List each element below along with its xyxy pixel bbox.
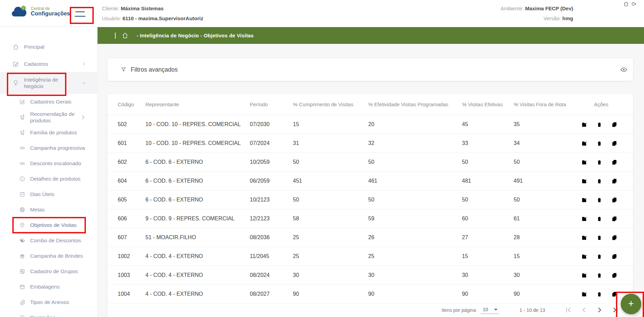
cell-codigo: 502 xyxy=(118,121,145,127)
cell-efetividade: 90 xyxy=(368,291,462,297)
edit-row-button[interactable] xyxy=(581,291,588,297)
sidebar-item-label: Cadastros Gerais xyxy=(30,98,72,105)
logout-icon[interactable] xyxy=(631,1,636,7)
edit-row-button[interactable] xyxy=(581,178,588,184)
cell-cumprimento: 50 xyxy=(293,197,368,203)
edit-row-button[interactable] xyxy=(581,140,588,147)
cell-cumprimento: 451 xyxy=(293,178,368,184)
sidebar-item-label: Embalagens xyxy=(30,283,60,290)
items-per-page-label: Itens por página xyxy=(441,307,476,313)
delete-row-button[interactable] xyxy=(596,291,603,297)
pin-icon xyxy=(19,222,25,228)
column-header: Representante xyxy=(145,101,250,107)
edit-row-button[interactable] xyxy=(581,159,588,166)
sidebar-item-cadastros[interactable]: Cadastros xyxy=(0,56,97,72)
sidebar-item-campanha-de-brindes[interactable]: Campanha de Brindes xyxy=(0,248,97,264)
sidebar-item-principal[interactable]: Principal xyxy=(0,39,97,54)
cell-periodo: 07/2030 xyxy=(250,121,293,127)
edit-row-button[interactable] xyxy=(581,121,588,128)
copy-row-button[interactable] xyxy=(611,234,618,241)
sidebar-item-campanha-progressiva[interactable]: Campanha progressiva xyxy=(0,140,97,156)
app-logo[interactable]: Central de Configurações xyxy=(10,5,70,19)
sidebar-item-combo-de-descontos[interactable]: Combo de Descontos xyxy=(0,233,97,248)
items-per-page-select[interactable]: 10 xyxy=(481,306,499,314)
sidebar-item-metas[interactable]: Metas xyxy=(0,202,97,217)
cell-representante: 6 - COD. 6 - EXTERNO xyxy=(145,197,250,203)
edit-row-button[interactable] xyxy=(581,197,588,203)
sidebar-item-embalagens[interactable]: Embalagens xyxy=(0,279,97,294)
copy-row-button[interactable] xyxy=(611,140,618,147)
copy-row-button[interactable] xyxy=(611,159,618,166)
cell-efetivas: 60 xyxy=(462,216,514,222)
edit-row-button[interactable] xyxy=(581,216,588,222)
items-per-page-value: 10 xyxy=(483,307,488,312)
copy-row-button[interactable] xyxy=(611,121,618,128)
delete-row-button[interactable] xyxy=(596,272,603,279)
delete-row-button[interactable] xyxy=(596,159,603,166)
edit-row-button[interactable] xyxy=(581,234,588,241)
table-row: 10034 - COD. 4 - EXTERNO08/202430303030 xyxy=(107,266,633,285)
sidebar-item-inteligencia-de-negocio[interactable]: Inteligência de Negócio xyxy=(0,72,97,94)
delete-row-button[interactable] xyxy=(596,121,603,128)
cell-codigo: 602 xyxy=(118,159,145,165)
sidebar-item-label: Tipos de Anexos xyxy=(30,299,69,305)
top-header-bar: Central de Configurações Cliente: Máxima… xyxy=(0,0,644,27)
sidebar-item-desconto-escalonado[interactable]: Desconto escalonado xyxy=(0,156,97,171)
info-icon xyxy=(19,176,25,182)
cell-representante: 6 - COD. 6 - EXTERNO xyxy=(145,159,250,165)
delete-row-button[interactable] xyxy=(596,234,603,241)
cell-representante: 10 - COD. 10 - REPRES. COMERCIAL xyxy=(145,140,250,146)
sidebar-item-label: Campanha de Brindes xyxy=(30,253,83,259)
edit-row-button[interactable] xyxy=(581,253,588,260)
column-header: % Cumprimento de Visitas xyxy=(293,101,368,107)
app-window: Central de Configurações Cliente: Máxima… xyxy=(0,0,644,317)
last-page-button[interactable] xyxy=(611,306,619,314)
delete-row-button[interactable] xyxy=(596,253,603,260)
circle-icon xyxy=(19,315,25,317)
next-page-button[interactable] xyxy=(596,306,604,314)
advanced-filters-panel[interactable]: Filtros avançados xyxy=(107,58,633,81)
copy-row-button[interactable] xyxy=(611,291,618,297)
column-header: Código xyxy=(118,101,145,107)
cell-efetividade: 20 xyxy=(368,121,462,127)
sidebar-item-cadastro-de-grupos[interactable]: Cadastro de Grupos xyxy=(0,264,97,279)
first-page-button[interactable] xyxy=(564,306,572,314)
home-icon[interactable] xyxy=(623,1,629,7)
sidebar-item-objetivos-de-visitas[interactable]: Objetivos de Visitas xyxy=(0,217,97,233)
table-header-row: CódigoRepresentantePeríodo% Cumprimento … xyxy=(107,94,633,115)
copy-row-button[interactable] xyxy=(611,197,618,203)
sidebar-item-detalhes-de-produtos[interactable]: Detalhes de produtos xyxy=(0,171,97,186)
chevron-right-icon xyxy=(80,114,86,120)
sidebar-item-dias-uteis[interactable]: Dias Úteis xyxy=(0,186,97,202)
edit-row-button[interactable] xyxy=(581,272,588,279)
sidebar-item-cadastros-gerais[interactable]: Cadastros Gerais xyxy=(0,94,97,109)
cell-fora_rota: 35 xyxy=(514,121,578,127)
row-actions xyxy=(578,197,633,203)
edit-icon xyxy=(19,99,25,105)
copy-row-button[interactable] xyxy=(611,253,618,260)
eye-icon[interactable] xyxy=(620,66,628,73)
previous-page-button[interactable] xyxy=(580,306,588,314)
copy-row-button[interactable] xyxy=(611,216,618,222)
sidebar-item-restricoes[interactable]: Restrições xyxy=(0,310,97,317)
copy-row-button[interactable] xyxy=(611,178,618,184)
cell-cumprimento: 30 xyxy=(293,272,368,278)
sidebar: PrincipalCadastrosInteligência de Negóci… xyxy=(0,27,98,317)
sidebar-item-tipos-de-anexos[interactable]: Tipos de Anexos xyxy=(0,294,97,310)
breadcrumb-home-icon[interactable] xyxy=(121,32,129,39)
menu-toggle-button[interactable] xyxy=(73,9,88,19)
delete-row-button[interactable] xyxy=(596,197,603,203)
cell-representante: 4 - COD. 4 - EXTERNO xyxy=(145,253,250,259)
cell-cumprimento: 31 xyxy=(293,140,368,146)
table-row: 6069 - COD. 9 - REPRES. COMERCIAL12/2123… xyxy=(107,209,633,228)
copy-row-button[interactable] xyxy=(611,272,618,279)
sidebar-item-familia-de-produtos[interactable]: Família de produtos xyxy=(0,125,97,140)
sidebar-item-recomendacao-de-produtos[interactable]: Recomendação de produtos xyxy=(0,109,97,125)
delete-row-button[interactable] xyxy=(596,216,603,222)
delete-row-button[interactable] xyxy=(596,140,603,147)
cell-periodo: 08/2036 xyxy=(250,234,293,241)
cell-cumprimento: 58 xyxy=(293,216,368,222)
target-icon xyxy=(19,207,25,213)
delete-row-button[interactable] xyxy=(596,178,603,184)
add-button[interactable]: + xyxy=(621,294,641,314)
